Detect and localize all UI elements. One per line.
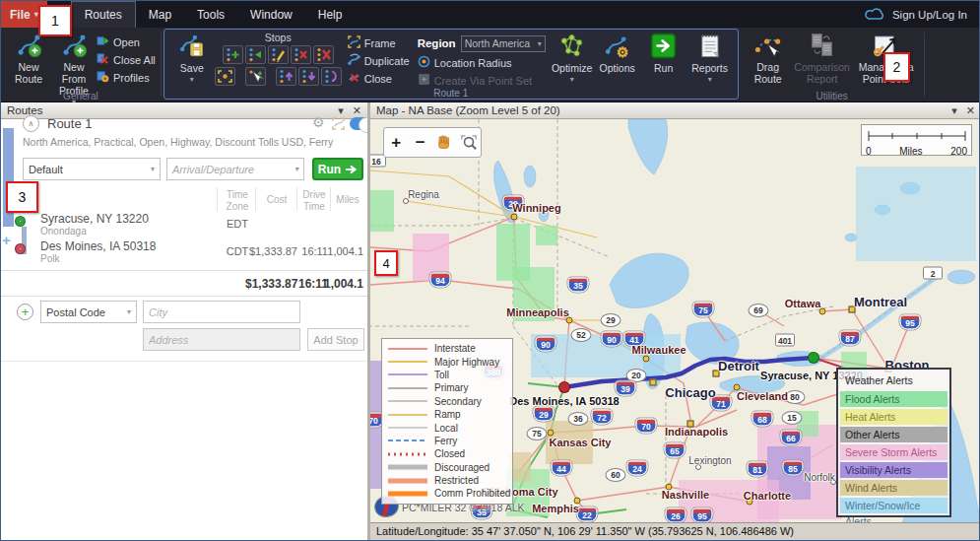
stop-pick-button[interactable] xyxy=(245,67,266,86)
map-city-label: Chicago xyxy=(665,385,715,400)
collapse-icon[interactable]: ▾ xyxy=(951,104,957,117)
open-button[interactable]: Open xyxy=(97,34,156,49)
comparison-report-button[interactable]: Comparison Report xyxy=(791,30,854,85)
profiles-button[interactable]: Profiles xyxy=(97,70,156,85)
highway-shield: 87 xyxy=(840,331,861,346)
drag-route-icon xyxy=(754,32,781,60)
ribbon: New Route New From Profile▾ Open Close A… xyxy=(1,28,979,102)
ribbon-group-route1: Save▾ Stops Frame Duplicate Close Region… xyxy=(163,29,739,100)
road-legend-item: Local xyxy=(382,421,512,434)
annotation-callout-3: 3 xyxy=(6,181,38,213)
map-city-label: Memphis xyxy=(532,503,579,514)
road-legend-item: Interstate xyxy=(382,342,512,355)
alert-legend-item: Visibility Alerts xyxy=(840,462,947,478)
location-radius-button[interactable]: Location Radius xyxy=(418,55,546,70)
stop-name[interactable]: Des Moines, IA 50318 xyxy=(40,239,156,253)
stop-insert-button[interactable] xyxy=(245,45,266,64)
annotation-callout-2: 2 xyxy=(883,52,910,82)
highway-shield: 95 xyxy=(900,315,921,330)
save-button[interactable]: Save▾ xyxy=(169,31,215,84)
alert-legend-item: Severe Storm Alerts xyxy=(840,444,947,460)
destination-stop-icon[interactable] xyxy=(16,244,25,253)
stop-name[interactable]: Syracuse, NY 13220 xyxy=(40,212,149,226)
tab-tools[interactable]: Tools xyxy=(184,1,237,28)
ribbon-divider xyxy=(161,33,162,97)
add-stop-plus-icon[interactable]: + xyxy=(17,304,33,320)
stop-frame-button[interactable] xyxy=(215,67,235,86)
close-icon[interactable]: ✕ xyxy=(353,104,361,117)
highway-shield: 66 xyxy=(781,431,802,445)
chevron-down-icon: ▾ xyxy=(127,307,131,316)
options-icon: ⚙ xyxy=(604,33,630,61)
weather-alerts-legend: Weather Alerts Flood AlertsHeat AlertsOt… xyxy=(836,368,951,517)
frame-button[interactable]: Frame xyxy=(348,35,410,50)
collapse-icon[interactable]: ▾ xyxy=(338,104,344,117)
address-field[interactable] xyxy=(143,328,300,351)
alert-legend-item: Flood Alerts xyxy=(840,391,947,407)
annotation-callout-4: 4 xyxy=(374,250,398,276)
arrival-departure-select[interactable]: Arrival/Departure▾ xyxy=(166,158,304,180)
close-route-button[interactable]: Close xyxy=(348,71,410,86)
route-settings-gear-icon[interactable]: ⚙ xyxy=(312,114,325,130)
map-city-label: Winnipeg xyxy=(512,202,560,214)
create-via-point-set-button[interactable]: Create Via Point Set xyxy=(418,73,546,88)
highway-shield: 81 xyxy=(748,462,768,477)
route-collapse-button[interactable]: ∧ xyxy=(23,115,39,132)
close-icon[interactable]: ✕ xyxy=(966,104,975,117)
profile-select[interactable]: Default▾ xyxy=(23,158,161,180)
routes-panel: Routes ▾ ✕ ∧ Route 1 ⚙ North America, Pr… xyxy=(1,102,367,540)
stop-reverse-button[interactable] xyxy=(321,67,342,86)
destination-map-marker[interactable] xyxy=(559,382,569,392)
road-legend-item: Toll xyxy=(382,369,512,381)
duplicate-button[interactable]: Duplicate xyxy=(348,53,410,68)
stop-edit-button[interactable] xyxy=(268,45,289,64)
chevron-down-icon: ▾ xyxy=(708,75,712,84)
signup-login-button[interactable]: Sign Up/Log In xyxy=(865,1,979,28)
road-legend-item: Discouraged xyxy=(382,461,512,474)
new-route-button[interactable]: New Route xyxy=(6,30,51,85)
pan-hand-icon[interactable] xyxy=(434,132,454,154)
alert-legend-item: Heat Alerts xyxy=(840,409,947,425)
run-button[interactable]: Run xyxy=(641,31,686,74)
map-city-label: Des Moines, IA 50318 xyxy=(509,395,619,407)
column-header-drive-time: Drive Time xyxy=(298,189,330,212)
insert-stop-between-button[interactable]: + xyxy=(2,232,11,248)
route-frame-icon[interactable] xyxy=(332,116,345,134)
map-canvas[interactable]: 1629943529905290413802039293672707544602… xyxy=(370,119,980,522)
close-all-button[interactable]: Close All xyxy=(97,52,156,67)
region-select[interactable]: North America▾ xyxy=(461,35,546,52)
options-button[interactable]: ⚙ Options xyxy=(595,31,640,74)
map-panel-header: Map - NA Base (Zoom Level 5 of 20) ▾ ✕ xyxy=(370,102,980,119)
map-city-label: Kansas City xyxy=(550,437,612,448)
stop-add-button[interactable] xyxy=(223,45,243,64)
tab-window[interactable]: Window xyxy=(237,1,305,28)
stop-delete-button[interactable] xyxy=(291,45,311,64)
stop-delete-all-button[interactable] xyxy=(313,45,334,64)
chevron-down-icon: ▾ xyxy=(538,39,542,48)
map-panel: Map - NA Base (Zoom Level 5 of 20) ▾ ✕ xyxy=(370,102,980,540)
road-legend-item: Comm Prohibited xyxy=(382,487,512,500)
region-label: Region xyxy=(418,37,456,49)
map-city-label: Detroit xyxy=(718,359,759,373)
origin-stop-icon[interactable] xyxy=(16,217,25,226)
route-run-button[interactable]: Run xyxy=(312,158,363,180)
stop-move-down-button[interactable] xyxy=(298,67,319,86)
origin-map-marker[interactable] xyxy=(809,353,818,363)
zoom-in-button[interactable]: + xyxy=(386,132,406,154)
drag-route-button[interactable]: Drag Route xyxy=(746,30,791,85)
tab-map[interactable]: Map xyxy=(136,1,184,28)
city-field[interactable] xyxy=(143,301,300,323)
road-legend-item: Primary xyxy=(382,381,512,394)
tab-help[interactable]: Help xyxy=(305,1,356,28)
highway-shield: 26 xyxy=(666,508,686,523)
tab-routes[interactable]: Routes xyxy=(71,1,136,28)
zoom-box-icon[interactable] xyxy=(459,132,479,154)
alert-legend-item: Other Alerts xyxy=(840,427,947,442)
zoom-out-button[interactable]: − xyxy=(411,132,430,154)
stop-move-up-button[interactable] xyxy=(276,67,296,86)
stop-type-select[interactable]: Postal Code▾ xyxy=(40,301,137,323)
add-stop-button[interactable]: Add Stop xyxy=(307,328,364,351)
menu-bar: File▾ Routes Map Tools Window Help Sign … xyxy=(1,1,979,28)
reports-button[interactable]: Reports▾ xyxy=(687,31,733,84)
optimize-button[interactable]: Optimize▾ xyxy=(550,31,595,84)
